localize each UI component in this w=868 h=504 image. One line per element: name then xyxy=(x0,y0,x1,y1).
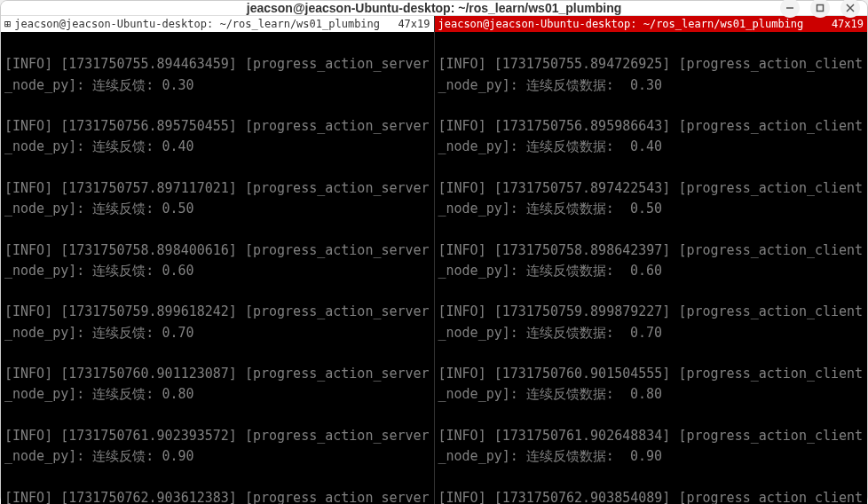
log-line: [INFO] [1731750762.903612383] [progress_… xyxy=(4,488,430,505)
log-line: [INFO] [1731750755.894463459] [progress_… xyxy=(4,54,430,96)
window-controls xyxy=(780,0,860,18)
pane-header-left[interactable]: ⊞ jeacson@jeacson-Ubuntu-desktop: ~/ros_… xyxy=(1,16,434,32)
log-line: [INFO] [1731750757.897117021] [progress_… xyxy=(4,178,430,220)
minimize-button[interactable] xyxy=(780,0,800,18)
log-line: [INFO] [1731750762.903854089] [progress_… xyxy=(438,488,864,505)
minimize-icon xyxy=(785,4,794,12)
log-line: [INFO] [1731750757.897422543] [progress_… xyxy=(438,178,864,220)
pane-content-left[interactable]: [INFO] [1731750755.894463459] [progress_… xyxy=(1,32,434,504)
pane-dims-left: 47x19 xyxy=(394,18,430,30)
log-line: [INFO] [1731750761.902393572] [progress_… xyxy=(4,426,430,468)
pane-path-left: jeacson@jeacson-Ubuntu-desktop: ~/ros_le… xyxy=(14,18,380,30)
pane-dims-right: 47x19 xyxy=(828,18,864,30)
log-line: [INFO] [1731750759.899618242] [progress_… xyxy=(4,302,430,343)
window-title: jeacson@jeacson-Ubuntu-desktop: ~/ros_le… xyxy=(247,1,621,15)
log-line: [INFO] [1731750760.901123087] [progress_… xyxy=(4,364,430,406)
log-line: [INFO] [1731750758.898400616] [progress_… xyxy=(4,240,430,282)
pane-path-right: jeacson@jeacson-Ubuntu-desktop: ~/ros_le… xyxy=(438,18,804,30)
log-line: [INFO] [1731750756.895986643] [progress_… xyxy=(438,116,864,158)
split-icon: ⊞ xyxy=(4,18,11,30)
terminal-split-container: ⊞ jeacson@jeacson-Ubuntu-desktop: ~/ros_… xyxy=(1,16,867,504)
log-line: [INFO] [1731750760.901504555] [progress_… xyxy=(438,364,864,406)
pane-content-right[interactable]: [INFO] [1731750755.894726925] [progress_… xyxy=(435,32,868,504)
log-line: [INFO] [1731750758.898642397] [progress_… xyxy=(438,240,864,282)
close-icon xyxy=(846,4,855,12)
log-line: [INFO] [1731750759.899879227] [progress_… xyxy=(438,302,864,343)
maximize-button[interactable] xyxy=(810,0,830,18)
log-line: [INFO] [1731750756.895750455] [progress_… xyxy=(4,116,430,158)
close-button[interactable] xyxy=(840,0,860,18)
terminal-window: jeacson@jeacson-Ubuntu-desktop: ~/ros_le… xyxy=(0,0,868,504)
log-line: [INFO] [1731750755.894726925] [progress_… xyxy=(438,54,864,96)
log-line: [INFO] [1731750761.902648834] [progress_… xyxy=(438,426,864,468)
window-titlebar[interactable]: jeacson@jeacson-Ubuntu-desktop: ~/ros_le… xyxy=(1,1,867,16)
terminal-pane-left[interactable]: ⊞ jeacson@jeacson-Ubuntu-desktop: ~/ros_… xyxy=(1,16,435,504)
maximize-icon xyxy=(816,4,825,12)
terminal-pane-right[interactable]: jeacson@jeacson-Ubuntu-desktop: ~/ros_le… xyxy=(435,16,868,504)
pane-header-right[interactable]: jeacson@jeacson-Ubuntu-desktop: ~/ros_le… xyxy=(435,16,868,32)
svg-rect-1 xyxy=(817,5,824,12)
